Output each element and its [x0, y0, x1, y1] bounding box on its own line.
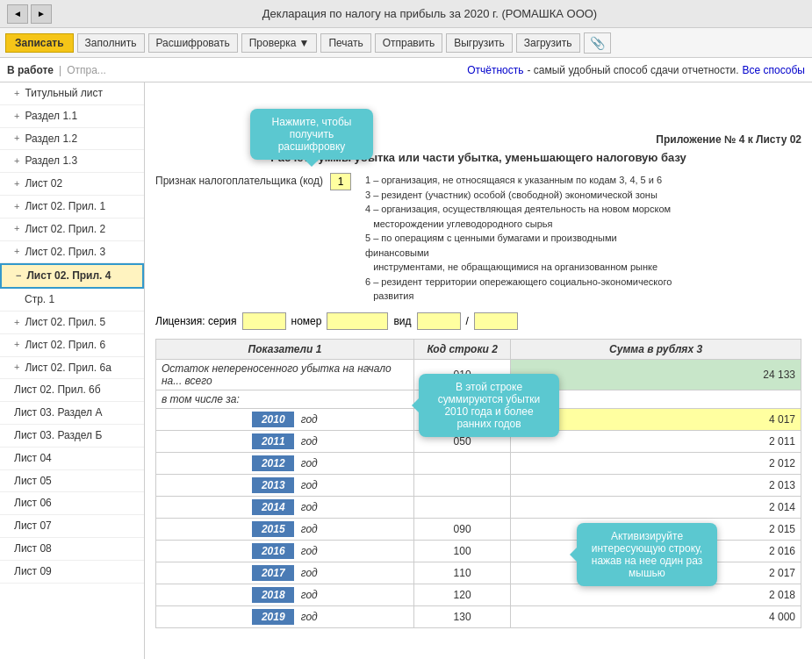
- vse-sposoby-link[interactable]: Все способы: [743, 64, 806, 76]
- row-code: 090: [414, 518, 511, 540]
- license-vid-input[interactable]: [417, 312, 461, 330]
- row-value[interactable]: 2 013: [511, 474, 801, 496]
- year-badge: 2015: [252, 521, 294, 537]
- sidebar-item-list02-pril6[interactable]: + Лист 02. Прил. 6: [0, 334, 144, 357]
- sidebar-item-label: Лист 02. Прил. 4: [26, 269, 111, 283]
- table-row[interactable]: 2013 год 2 013: [156, 474, 801, 496]
- expand-icon: +: [14, 316, 19, 329]
- sidebar: + Титульный лист + Раздел 1.1 + Раздел 1…: [0, 82, 145, 659]
- row-value[interactable]: 2 012: [511, 452, 801, 474]
- sidebar-item-titulnyy[interactable]: + Титульный лист: [0, 82, 144, 105]
- sidebar-item-list07[interactable]: Лист 07: [0, 515, 144, 538]
- year-badge: 2016: [252, 543, 294, 559]
- row-code: 120: [414, 584, 511, 605]
- table-row[interactable]: 2019 год 130 4 000: [156, 605, 801, 627]
- sidebar-item-label: Лист 02. Прил. 6б: [14, 383, 101, 398]
- expand-icon: +: [14, 154, 19, 168]
- year-badge: 2012: [252, 455, 294, 471]
- year-badge: 2019: [252, 609, 294, 625]
- priznak-value[interactable]: 1: [330, 173, 351, 190]
- row-value[interactable]: 4 000: [511, 605, 801, 627]
- expand-icon: +: [14, 132, 19, 145]
- otchetnost-link[interactable]: Отчётность: [467, 64, 523, 76]
- sidebar-item-list02-pril3[interactable]: + Лист 02. Прил. 3: [0, 241, 144, 264]
- tooltip-summiruutsya: В этой строке суммируются убытки 2010 го…: [419, 374, 559, 437]
- sidebar-item-label: Лист 02. Прил. 1: [25, 199, 105, 214]
- row-code: [414, 474, 511, 496]
- sidebar-item-razdel-1-1[interactable]: + Раздел 1.1: [0, 105, 144, 128]
- forward-button[interactable]: ►: [31, 4, 52, 24]
- row-year-cell: 2014 год: [156, 496, 414, 518]
- row-value[interactable]: 2 018: [511, 584, 801, 605]
- tooltip-rasshifrovat: Нажмите, чтобы получить расшифровку: [250, 109, 373, 160]
- row-year-cell: 2017 год: [156, 562, 414, 584]
- content-area: Нажмите, чтобы получить расшифровку Прил…: [145, 82, 812, 659]
- license-seria-input[interactable]: [242, 312, 286, 330]
- expand-icon: +: [14, 222, 19, 235]
- expand-icon: +: [14, 87, 19, 100]
- expand-icon: +: [14, 110, 19, 123]
- sidebar-item-label: Лист 02. Прил. 3: [25, 245, 105, 260]
- col-header-code: Код строки 2: [414, 339, 511, 359]
- clip-button[interactable]: 📎: [584, 32, 611, 54]
- year-badge: 2018: [252, 587, 294, 603]
- sidebar-item-list03-razdelb[interactable]: Лист 03. Раздел Б: [0, 425, 144, 448]
- sidebar-item-list04[interactable]: Лист 04: [0, 448, 144, 470]
- sidebar-item-str1[interactable]: Стр. 1: [0, 289, 144, 312]
- sidebar-item-list02-pril4[interactable]: − Лист 02. Прил. 4: [0, 263, 144, 289]
- sidebar-item-label: Лист 02. Прил. 6: [25, 338, 105, 353]
- sidebar-item-list02-pril2[interactable]: + Лист 02. Прил. 2: [0, 218, 144, 241]
- row-indicator: в том числе за:: [156, 390, 414, 408]
- sidebar-item-razdel-1-2[interactable]: + Раздел 1.2: [0, 128, 144, 151]
- rasshifrovat-button[interactable]: Расшифровать: [148, 33, 238, 53]
- sidebar-item-list05[interactable]: Лист 05: [0, 470, 144, 493]
- sidebar-item-label: Стр. 1: [25, 292, 54, 307]
- sidebar-item-label: Лист 07: [14, 519, 52, 534]
- vygruzit-button[interactable]: Выгрузить: [446, 33, 513, 53]
- sidebar-item-label: Лист 02. Прил. 5: [25, 315, 105, 330]
- sidebar-item-list02[interactable]: + Лист 02: [0, 173, 144, 196]
- sidebar-item-list03-razdela[interactable]: Лист 03. Раздел А: [0, 402, 144, 425]
- sidebar-item-list08[interactable]: Лист 08: [0, 538, 144, 561]
- license-row: Лицензия: серия номер вид /: [155, 312, 801, 330]
- toolbar: Записать Заполнить Расшифровать Проверка…: [0, 28, 812, 58]
- tooltip-aktiviziruyte: Активизируйте интересующую строку, нажав…: [577, 523, 717, 586]
- row-code: 110: [414, 562, 511, 584]
- zapisat-button[interactable]: Записать: [5, 33, 74, 53]
- zapolnit-button[interactable]: Заполнить: [77, 33, 145, 53]
- expand-icon: +: [14, 200, 19, 213]
- sidebar-item-label: Лист 05: [14, 474, 52, 489]
- sidebar-item-list02-pril5[interactable]: + Лист 02. Прил. 5: [0, 312, 144, 334]
- sidebar-item-razdel-1-3[interactable]: + Раздел 1.3: [0, 150, 144, 173]
- license-nomer-input[interactable]: [327, 312, 388, 330]
- expand-icon: +: [14, 361, 19, 374]
- pechat-button[interactable]: Печать: [320, 33, 370, 53]
- row-value[interactable]: 2 014: [511, 496, 801, 518]
- sidebar-item-label: Лист 02. Прил. 6а: [25, 361, 111, 376]
- license-vid2-input[interactable]: [474, 312, 518, 330]
- sidebar-item-label: Лист 03. Раздел Б: [14, 428, 102, 443]
- vid-label: вид: [393, 315, 411, 327]
- sidebar-item-label: Лист 06: [14, 496, 52, 511]
- row-code: [414, 452, 511, 474]
- expand-icon: +: [14, 177, 19, 190]
- sidebar-item-label: Раздел 1.2: [25, 132, 77, 147]
- priznak-label: Признак налогоплательщика (код): [155, 175, 323, 187]
- sidebar-item-list09[interactable]: Лист 09: [0, 561, 144, 584]
- sidebar-item-list02-pril6a[interactable]: + Лист 02. Прил. 6а: [0, 357, 144, 380]
- sidebar-item-list02-pril1[interactable]: + Лист 02. Прил. 1: [0, 196, 144, 218]
- row-year-cell: 2011 год: [156, 430, 414, 452]
- otpravit-button[interactable]: Отправить: [375, 33, 443, 53]
- proverka-button[interactable]: Проверка ▼: [241, 33, 318, 53]
- back-button[interactable]: ◄: [7, 4, 28, 24]
- row-code: [414, 496, 511, 518]
- table-row[interactable]: 2012 год 2 012: [156, 452, 801, 474]
- table-row[interactable]: 2018 год 120 2 018: [156, 584, 801, 605]
- sidebar-item-label: Лист 02: [25, 176, 62, 191]
- row-year-cell: 2013 год: [156, 474, 414, 496]
- sidebar-item-label: Лист 03. Раздел А: [14, 405, 102, 420]
- table-row[interactable]: 2014 год 2 014: [156, 496, 801, 518]
- zagruzit-button[interactable]: Загрузить: [516, 33, 580, 53]
- sidebar-item-list06[interactable]: Лист 06: [0, 492, 144, 515]
- sidebar-item-list02-pril6b[interactable]: Лист 02. Прил. 6б: [0, 379, 144, 402]
